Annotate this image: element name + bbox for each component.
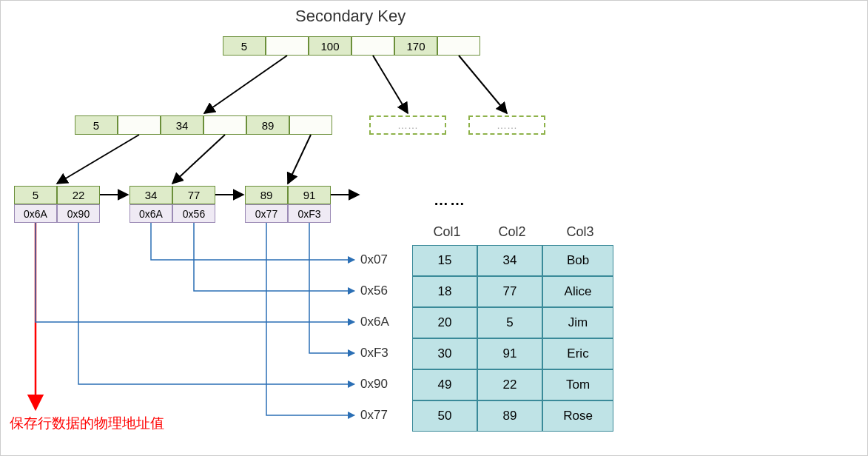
leaf0-key0: 5 [14,186,57,204]
leaf0-key1: 22 [57,186,100,204]
leaf2-addr1: 0xF3 [288,204,331,223]
table-header-col1: Col1 [417,224,477,240]
row-addr-1: 0x56 [360,284,388,298]
row-addr-0: 0x07 [360,252,388,267]
table-cell: Eric [542,338,613,369]
mid-cell-4: 89 [246,115,289,135]
table-header-col3: Col3 [548,224,613,240]
table-cell: 50 [412,400,477,432]
table-cell: 15 [412,245,477,276]
red-annotation: 保存行数据的物理地址值 [10,414,164,433]
root-cell-2: 100 [309,36,351,56]
svg-line-1 [373,56,408,113]
row-addr-4: 0x90 [360,377,388,392]
diagram-title: Secondary Key [295,7,406,26]
leaf1-addr0: 0x6A [129,204,172,223]
table-cell: 30 [412,338,477,369]
table-cell: Bob [542,245,613,276]
table-cell: Tom [542,369,613,400]
leaf1-key0: 34 [129,186,172,204]
placeholder-node-1: …… [369,115,446,135]
svg-line-4 [172,135,225,184]
table-cell: 34 [477,245,542,276]
root-cell-4: 170 [394,36,437,56]
root-cell-1 [266,36,309,56]
table-cell: 22 [477,369,542,400]
table-header-col2: Col2 [482,224,542,240]
svg-line-0 [204,56,287,113]
row-addr-2: 0x6A [360,315,389,329]
mid-cell-2: 34 [161,115,203,135]
root-cell-5 [437,36,480,56]
leaf2-key1: 91 [288,186,331,204]
mid-cell-5 [289,115,332,135]
svg-line-5 [288,135,311,184]
placeholder-node-2: …… [468,115,545,135]
row-addr-3: 0xF3 [360,346,388,361]
leaf0-addr0: 0x6A [14,204,57,223]
table-cell: 18 [412,276,477,307]
root-cell-0: 5 [223,36,266,56]
table-cell: 77 [477,276,542,307]
svg-line-2 [459,56,507,113]
mid-cell-0: 5 [75,115,118,135]
table-cell: 5 [477,307,542,338]
leaf2-addr0: 0x77 [245,204,288,223]
mid-cell-3 [203,115,246,135]
table-cell: Alice [542,276,613,307]
table-cell: Rose [542,400,613,432]
table-cell: 89 [477,400,542,432]
leaf0-addr1: 0x90 [57,204,100,223]
table-cell: Jim [542,307,613,338]
diagram-frame: Secondary Key 5 100 170 5 34 89 …… …… 5 … [0,0,868,456]
table-cell: 49 [412,369,477,400]
svg-line-3 [57,135,139,184]
table-cell: 91 [477,338,542,369]
leaf-ellipsis: …… [434,192,466,209]
mid-cell-1 [118,115,161,135]
leaf2-key0: 89 [245,186,288,204]
table-cell: 20 [412,307,477,338]
leaf1-key1: 77 [172,186,215,204]
row-addr-5: 0x77 [360,408,388,423]
root-cell-3 [351,36,394,56]
leaf1-addr1: 0x56 [172,204,215,223]
